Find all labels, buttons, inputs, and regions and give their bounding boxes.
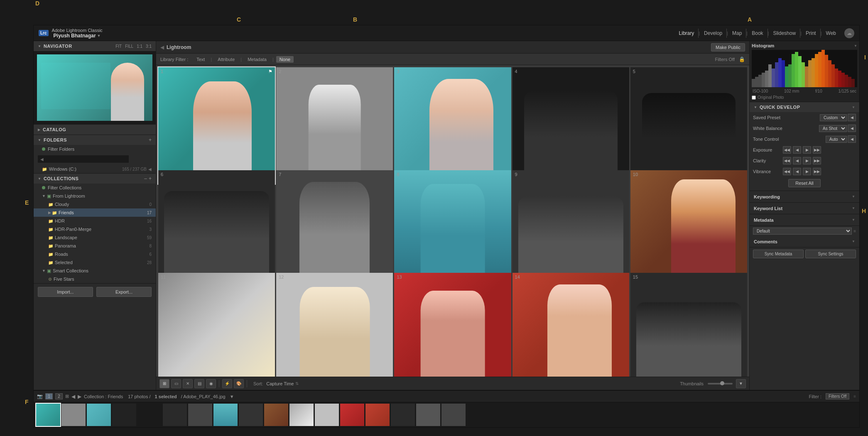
filter-attribute-tab[interactable]: Attribute xyxy=(214,56,238,63)
sync-settings-button[interactable]: Sync Settings xyxy=(805,250,856,258)
filmstrip-thumb-3[interactable] xyxy=(87,404,111,426)
painter-btn[interactable]: 🎨 xyxy=(234,379,244,388)
histogram-header[interactable]: Histogram ▼ xyxy=(752,43,857,48)
filmstrip-thumb-5[interactable] xyxy=(137,404,162,426)
filter-lock-icon[interactable]: 🔒 xyxy=(739,56,745,62)
filmstrip-thumb-9[interactable] xyxy=(239,404,263,426)
nav-develop[interactable]: Develop xyxy=(700,29,727,38)
hdr-collection[interactable]: 📁 HDR 16 xyxy=(34,217,156,225)
filmstrip-thumb-11[interactable] xyxy=(289,404,314,426)
white-balance-arrow[interactable]: ◀ xyxy=(848,125,856,132)
exposure-dec-large[interactable]: ◀◀ xyxy=(783,146,791,154)
exposure-dec[interactable]: ◀ xyxy=(793,146,801,154)
panorama-collection[interactable]: 📁 Panorama 8 xyxy=(34,242,156,250)
from-lightroom-group[interactable]: ▼ ▣ From Lightroom xyxy=(34,192,156,200)
cloudy-collection[interactable]: 📁 Cloudy 0 xyxy=(34,200,156,208)
metadata-options[interactable]: ≡ xyxy=(853,229,856,233)
selected-collection[interactable]: 📁 Selected 28 xyxy=(34,258,156,267)
nav-3to1-btn[interactable]: 3:1 xyxy=(146,44,152,49)
loupe-view-btn[interactable]: ▭ xyxy=(171,379,181,388)
compare-view-btn[interactable]: ✕ xyxy=(183,379,193,388)
nav-library[interactable]: Library xyxy=(675,29,699,38)
windows-c-folder[interactable]: 📁 Windows (C:) 165 / 237 GB ◀ xyxy=(34,165,156,173)
qd-options-arrow[interactable]: ▼ xyxy=(852,105,855,109)
back-button[interactable]: ◀ xyxy=(160,44,164,50)
vibrance-dec[interactable]: ◀ xyxy=(793,168,801,175)
filmstrip-thumb-15[interactable] xyxy=(391,404,415,426)
filmstrip-filter-options[interactable]: ≡ xyxy=(853,394,856,399)
exposure-inc[interactable]: ▶ xyxy=(803,146,811,154)
filmstrip-num-2[interactable]: 2 xyxy=(55,393,63,399)
saved-preset-arrow[interactable]: ◀ xyxy=(848,114,856,121)
filmstrip-next-btn[interactable]: ▶ xyxy=(78,394,81,399)
grid-cell-12[interactable]: 12 xyxy=(276,273,393,377)
folders-header[interactable]: ▼ Folders + xyxy=(34,135,156,145)
metadata-header[interactable]: Metadata ▼ xyxy=(750,214,859,226)
clarity-dec-large[interactable]: ◀◀ xyxy=(783,157,791,164)
filmstrip-thumb-2[interactable] xyxy=(61,404,86,426)
filter-metadata-tab[interactable]: Metadata xyxy=(244,56,270,63)
spray-tool-btn[interactable]: ⚡ xyxy=(222,379,232,388)
make-public-button[interactable]: Make Public xyxy=(711,43,745,51)
filmstrip-thumb-4[interactable] xyxy=(112,404,136,426)
filmstrip-thumb-12[interactable] xyxy=(315,404,339,426)
sort-arrow[interactable]: ⇅ xyxy=(295,381,299,386)
hdr-pan-collection[interactable]: 📁 HDR-Pan0-Merge 3 xyxy=(34,225,156,233)
nav-fit-btn[interactable]: FIT xyxy=(115,44,122,49)
grid-cell-2[interactable]: 2 ↗ ★ xyxy=(276,67,393,184)
filmstrip-thumb-7[interactable] xyxy=(188,404,212,426)
landscape-collection[interactable]: 📁 Landscape 59 xyxy=(34,233,156,242)
filter-text-tab[interactable]: Text xyxy=(193,56,208,63)
filmstrip-grid-icon[interactable]: ⊞ xyxy=(65,394,69,399)
keyword-list-header[interactable]: Keyword List ▼ xyxy=(750,203,859,214)
people-view-btn[interactable]: ◉ xyxy=(206,379,216,388)
filmstrip-filter-value[interactable]: Filters Off xyxy=(826,393,849,399)
grid-cell-15[interactable]: 15 xyxy=(630,273,747,377)
clarity-inc-large[interactable]: ▶▶ xyxy=(813,157,821,164)
histogram-collapse[interactable]: ▼ xyxy=(854,44,857,48)
vibrance-inc-large[interactable]: ▶▶ xyxy=(813,168,821,175)
clarity-dec[interactable]: ◀ xyxy=(793,157,801,164)
nav-slideshow[interactable]: Slideshow xyxy=(769,29,800,38)
tone-control-select[interactable]: Auto xyxy=(826,136,847,143)
clarity-inc[interactable]: ▶ xyxy=(803,157,811,164)
exposure-inc-large[interactable]: ▶▶ xyxy=(813,146,821,154)
filmstrip-thumb-16[interactable] xyxy=(416,404,440,426)
comments-header[interactable]: Comments ▼ xyxy=(750,236,859,247)
nav-print[interactable]: Print xyxy=(802,29,821,38)
nav-book[interactable]: Book xyxy=(748,29,767,38)
grid-cell-7[interactable]: 7 xyxy=(276,170,393,287)
five-stars-collection[interactable]: ⚙ Five Stars xyxy=(34,275,156,283)
filmstrip-thumb-14[interactable] xyxy=(365,404,390,426)
navigator-header[interactable]: ▼ Navigator FIT FILL 1:1 3:1 xyxy=(34,41,156,51)
collections-minus-btn[interactable]: – xyxy=(144,176,147,181)
filter-folders-item[interactable]: Filter Folders xyxy=(34,145,156,153)
grid-cell-6[interactable]: 6 ★ xyxy=(158,170,275,287)
grid-view-btn[interactable]: ⊞ xyxy=(159,379,169,388)
filmstrip-camera-icon[interactable]: 📷 xyxy=(37,394,43,399)
collections-add-btn[interactable]: + xyxy=(149,176,152,181)
filmstrip-prev-btn[interactable]: ◀ xyxy=(71,394,75,399)
catalog-header[interactable]: ▶ Catalog xyxy=(34,125,156,135)
nav-map[interactable]: Map xyxy=(728,29,746,38)
grid-cell-14[interactable]: 14 xyxy=(512,273,629,377)
grid-cell-8[interactable]: 8 xyxy=(394,170,511,287)
filter-collections-item[interactable]: Filter Collections xyxy=(34,184,156,192)
sort-value[interactable]: Capture Time xyxy=(266,381,294,386)
tone-control-arrow[interactable]: ◀ xyxy=(848,135,856,143)
thumbnails-slider[interactable] xyxy=(708,383,733,385)
original-photo-checkbox[interactable]: Original Photo xyxy=(752,95,857,100)
reset-all-button[interactable]: Reset All xyxy=(788,179,820,187)
sync-cloud-icon[interactable]: ☁ xyxy=(844,28,854,38)
import-button[interactable]: Import... xyxy=(38,287,93,297)
sync-metadata-button[interactable]: Sync Metadata xyxy=(753,250,804,258)
white-balance-select[interactable]: As Shot Auto Daylight Cloudy xyxy=(819,125,847,132)
grid-cell-10[interactable]: 10 xyxy=(630,170,747,287)
nav-1to1-btn[interactable]: 1:1 xyxy=(137,44,142,49)
vibrance-dec-large[interactable]: ◀◀ xyxy=(783,168,791,175)
grid-cell-4[interactable]: 4 ★ xyxy=(512,67,629,184)
grid-cell-5[interactable]: 5 ★ xyxy=(630,67,747,184)
quick-develop-header[interactable]: ▼ Quick Develop ▼ xyxy=(750,102,859,112)
grid-cell-1[interactable]: 1 ↗ ★ ⚑ xyxy=(158,67,275,184)
metadata-preset-select[interactable]: Default xyxy=(753,228,852,235)
